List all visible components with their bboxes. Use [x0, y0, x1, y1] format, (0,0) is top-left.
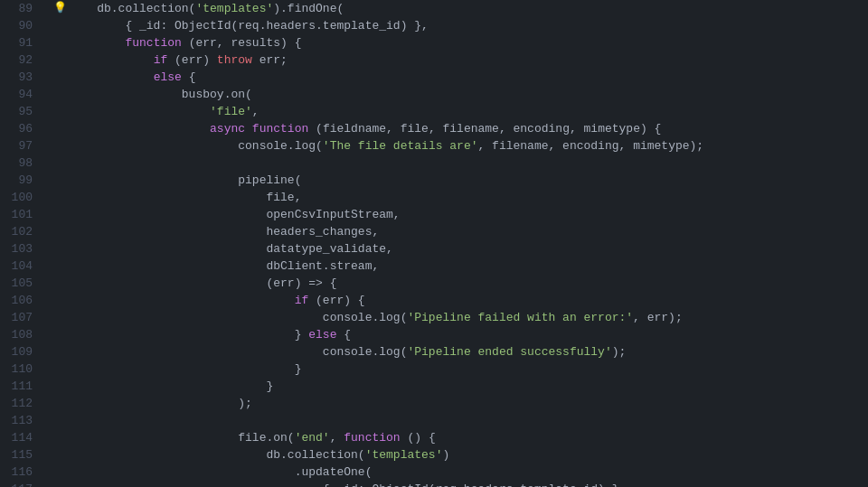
token: function — [125, 36, 181, 50]
code-line: file.on('end', function () { — [47, 429, 868, 446]
code-line: ); — [47, 395, 868, 412]
token: (err, results) { — [182, 36, 302, 50]
token: datatype_validate, — [69, 242, 393, 256]
line-number: 96 — [4, 120, 40, 137]
token: 'end' — [295, 431, 330, 445]
code-line: openCsvInputStream, — [47, 206, 868, 223]
code-text: db.collection('templates') — [69, 446, 868, 464]
line-number: 112 — [4, 395, 40, 412]
code-text: (err) => { — [69, 275, 868, 292]
line-number: 91 — [4, 34, 40, 52]
token: function — [344, 431, 400, 445]
line-number: 114 — [4, 429, 40, 446]
token: openCsvInputStream, — [69, 208, 401, 221]
token: { _id: ObjectId(req.headers.template_id)… — [69, 19, 429, 33]
token — [69, 122, 210, 136]
line-number: 94 — [4, 86, 40, 103]
line-number: 116 — [4, 464, 40, 481]
token: 'templates' — [365, 448, 443, 462]
code-line: if (err) { — [47, 292, 868, 309]
code-line: } else { — [47, 326, 868, 343]
line-number: 97 — [4, 137, 40, 155]
code-text: else { — [69, 69, 868, 86]
token: , — [330, 431, 344, 445]
token: headers_changes, — [69, 225, 379, 239]
code-text: db.collection('templates').findOne( — [69, 0, 868, 17]
code-text: { _id: ObjectId(req.headers.template_id)… — [69, 17, 868, 34]
code-text: datatype_validate, — [69, 240, 868, 258]
token: db.collection( — [69, 2, 195, 15]
code-text: ); — [69, 395, 868, 412]
token: file, — [69, 191, 301, 204]
line-number: 105 — [4, 275, 40, 292]
code-text: file.on('end', function () { — [69, 429, 868, 446]
line-number: 111 — [4, 378, 40, 395]
token: , filename, encoding, mimetype); — [478, 139, 704, 153]
token: dbClient.stream, — [69, 259, 379, 273]
code-line: console.log('Pipeline ended successfully… — [47, 343, 868, 361]
token — [69, 105, 210, 118]
token: busboy.on( — [69, 88, 252, 101]
code-line: else { — [47, 69, 868, 86]
code-text: console.log('Pipeline ended successfully… — [69, 343, 868, 361]
code-line: pipeline( — [47, 172, 868, 189]
code-area[interactable]: 💡 db.collection('templates').findOne( { … — [47, 0, 868, 487]
token: console.log( — [69, 311, 407, 324]
code-line: datatype_validate, — [47, 240, 868, 258]
code-text: function (err, results) { — [69, 34, 868, 52]
token: console.log( — [69, 345, 407, 359]
line-number: 100 — [4, 189, 40, 206]
token: } — [69, 379, 273, 393]
code-line: db.collection('templates') — [47, 446, 868, 464]
token: { — [182, 70, 196, 84]
token: ).findOne( — [273, 2, 344, 15]
token: { — [336, 328, 351, 342]
code-line: } — [47, 378, 868, 395]
code-line: { _id: ObjectId(req.headers.template_id)… — [47, 17, 868, 34]
code-text: .updateOne( — [69, 464, 868, 481]
token: throw — [217, 53, 252, 67]
token: { _id: ObjectId(req.headers.template_id)… — [69, 482, 626, 487]
token: console.log( — [69, 139, 323, 153]
token: err; — [252, 53, 288, 67]
code-line: console.log('Pipeline failed with an err… — [47, 309, 868, 326]
line-number: 106 — [4, 292, 40, 309]
code-text: console.log('Pipeline failed with an err… — [69, 309, 868, 326]
code-line: { _id: ObjectId(req.headers.template_id)… — [47, 481, 868, 487]
line-numbers: 8990919293949596979899100101102103104105… — [0, 0, 47, 487]
token: (err) — [167, 53, 217, 67]
code-text: pipeline( — [69, 172, 868, 189]
code-line: headers_changes, — [47, 223, 868, 240]
code-text: busboy.on( — [69, 86, 868, 103]
line-number: 103 — [4, 240, 40, 258]
token: 'Pipeline failed with an error:' — [407, 311, 633, 324]
line-number: 108 — [4, 326, 40, 343]
code-text: openCsvInputStream, — [69, 206, 868, 223]
token: 'file' — [210, 105, 252, 118]
code-text: if (err) throw err; — [69, 52, 868, 69]
token: , — [252, 105, 259, 118]
token: if — [295, 294, 309, 307]
code-line — [47, 155, 868, 172]
line-number: 110 — [4, 361, 40, 378]
code-line: dbClient.stream, — [47, 258, 868, 275]
token: db.collection( — [69, 448, 365, 462]
code-line: } — [47, 361, 868, 378]
code-text: async function (fieldname, file, filenam… — [69, 120, 868, 137]
token — [69, 294, 295, 307]
token: (err) { — [308, 294, 364, 307]
code-text: dbClient.stream, — [69, 258, 868, 275]
token: 'The file details are' — [323, 139, 478, 153]
code-line — [47, 412, 868, 429]
line-number: 104 — [4, 258, 40, 275]
code-text: } — [69, 378, 868, 395]
bulb-icon[interactable]: 💡 — [53, 0, 67, 17]
token: (err) => { — [69, 276, 336, 290]
code-line: 'file', — [47, 103, 868, 120]
token: async — [210, 122, 245, 136]
token: (fieldname, file, filename, encoding, mi… — [308, 122, 661, 136]
code-line: if (err) throw err; — [47, 52, 868, 69]
line-number: 89 — [4, 0, 40, 17]
line-number: 109 — [4, 343, 40, 361]
token: if — [154, 53, 168, 67]
